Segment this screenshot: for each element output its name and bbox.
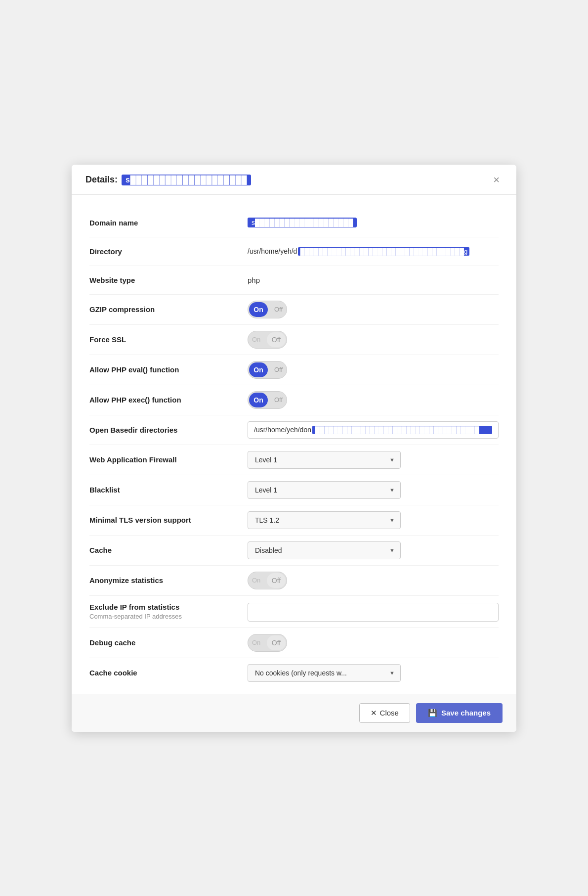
exclude-ip-sublabel: Comma-separated IP addresses [89,613,248,620]
open-basedir-input-area: /usr/home/yeh/don ██████████████████████… [248,421,499,439]
directory-label: Directory [89,247,248,256]
tls-select-area: TLS 1.0 TLS 1.1 TLS 1.2 TLS 1.3 [248,511,499,529]
php-eval-toggle[interactable]: On Off [248,361,287,379]
details-modal: Details: s████████████████████ × Domain … [72,165,516,732]
force-ssl-off-knob: Off [267,332,286,347]
modal-body: Domain name s████████████████████ Direct… [72,195,516,694]
domain-name-value-area: s████████████████████ [248,218,499,227]
close-button[interactable]: ✕ Close [359,703,410,723]
domain-name-value: s████████████████████ [248,218,357,227]
php-exec-toggle-area: On Off [248,391,499,409]
force-ssl-toggle[interactable]: On Off [248,331,287,349]
cache-cookie-select-area: No cookies (only requests w... All reque… [248,664,499,682]
force-ssl-toggle-area: On Off [248,331,499,349]
cache-select-area: Disabled Level 1 Level 2 Level 3 [248,541,499,559]
directory-highlighted: ████████████████████████████████████g [298,247,469,256]
cache-cookie-label: Cache cookie [89,669,248,677]
title-highlighted-value: s████████████████████ [122,175,251,185]
gzip-toggle[interactable]: On Off [248,301,287,318]
title-prefix: Details: [85,175,118,185]
gzip-row: GZIP compression On Off [89,295,499,325]
anon-stats-toggle-area: On Off [248,572,499,589]
tls-select[interactable]: TLS 1.0 TLS 1.1 TLS 1.2 TLS 1.3 [248,511,401,529]
cache-row: Cache Disabled Level 1 Level 2 Level 3 [89,536,499,566]
php-eval-label: Allow PHP eval() function [89,365,248,374]
force-ssl-label: Force SSL [89,335,248,344]
php-exec-row: Allow PHP exec() function On Off [89,385,499,415]
waf-select[interactable]: Level 1 Level 2 Level 3 Disabled [248,451,401,469]
website-type-value-area: php [248,276,499,284]
cache-select-wrap: Disabled Level 1 Level 2 Level 3 [248,541,401,559]
modal-footer: ✕ Close 💾 Save changes [72,694,516,732]
cache-label: Cache [89,546,248,554]
anon-stats-toggle[interactable]: On Off [248,572,287,589]
waf-label: Web Application Firewall [89,455,248,464]
directory-value-area: /usr/home/yeh/d█████████████████████████… [248,247,499,256]
cache-select[interactable]: Disabled Level 1 Level 2 Level 3 [248,541,401,559]
waf-row: Web Application Firewall Level 1 Level 2… [89,445,499,475]
exclude-ip-row: Exclude IP from statistics Comma-separat… [89,596,499,628]
modal-header: Details: s████████████████████ × [72,165,516,195]
directory-prefix: /usr/home/yeh/d [248,247,297,255]
php-eval-toggle-area: On Off [248,361,499,379]
debug-cache-row: Debug cache On Off [89,628,499,658]
exclude-ip-input-area [248,603,499,622]
exclude-ip-input[interactable] [248,603,499,622]
directory-value: /usr/home/yeh/d█████████████████████████… [248,247,469,256]
domain-name-label: Domain name [89,219,248,227]
tls-label: Minimal TLS version support [89,516,248,524]
tls-row: Minimal TLS version support TLS 1.0 TLS … [89,505,499,536]
php-exec-on-knob: On [249,393,268,407]
anon-stats-row: Anonymize statistics On Off [89,566,499,596]
php-eval-on-knob: On [249,362,268,377]
php-eval-row: Allow PHP eval() function On Off [89,355,499,385]
cache-cookie-row: Cache cookie No cookies (only requests w… [89,658,499,688]
website-type-label: Website type [89,276,248,284]
cache-cookie-select[interactable]: No cookies (only requests w... All reque… [248,664,401,682]
debug-cache-toggle[interactable]: On Off [248,634,287,652]
save-icon: 💾 [428,709,437,717]
gzip-off-label: Off [274,306,283,313]
modal-close-x-button[interactable]: × [490,174,503,186]
modal-title: Details: s████████████████████ [85,175,251,185]
waf-select-wrap: Level 1 Level 2 Level 3 Disabled [248,451,401,469]
gzip-on-knob: On [249,302,268,317]
tls-select-wrap: TLS 1.0 TLS 1.1 TLS 1.2 TLS 1.3 [248,511,401,529]
save-label: Save changes [441,709,491,717]
close-icon: ✕ [371,709,377,717]
waf-select-area: Level 1 Level 2 Level 3 Disabled [248,451,499,469]
force-ssl-row: Force SSL On Off [89,325,499,355]
debug-cache-label: Debug cache [89,638,248,647]
anon-stats-on-label-bg: On [252,577,260,584]
exclude-ip-label-col: Exclude IP from statistics Comma-separat… [89,603,248,620]
anon-stats-off-knob: Off [267,573,286,588]
force-ssl-on-label-bg: On [252,336,260,343]
debug-cache-toggle-area: On Off [248,634,499,652]
blacklist-row: Blacklist Level 1 Level 2 Level 3 Disabl… [89,475,499,505]
open-basedir-row: Open Basedir directories /usr/home/yeh/d… [89,415,499,445]
blacklist-select-wrap: Level 1 Level 2 Level 3 Disabled [248,481,401,499]
cache-cookie-select-wrap: No cookies (only requests w... All reque… [248,664,401,682]
open-basedir-label: Open Basedir directories [89,426,248,434]
open-basedir-input-wrap[interactable]: /usr/home/yeh/don ██████████████████████… [248,421,499,439]
php-exec-off-label: Off [274,396,283,403]
php-exec-label: Allow PHP exec() function [89,396,248,404]
php-eval-off-label: Off [274,366,283,373]
open-basedir-prefix: /usr/home/yeh/don [254,426,311,434]
website-type-row: Website type php [89,266,499,295]
blacklist-label: Blacklist [89,486,248,494]
blacklist-select-area: Level 1 Level 2 Level 3 Disabled [248,481,499,499]
domain-name-row: Domain name s████████████████████ [89,209,499,237]
exclude-ip-label: Exclude IP from statistics [89,603,248,611]
anon-stats-label: Anonymize statistics [89,576,248,584]
save-changes-button[interactable]: 💾 Save changes [416,703,503,723]
debug-cache-off-knob: Off [267,635,286,650]
website-type-value: php [248,276,260,284]
blacklist-select[interactable]: Level 1 Level 2 Level 3 Disabled [248,481,401,499]
gzip-label: GZIP compression [89,305,248,314]
close-label: Close [380,709,399,717]
open-basedir-highlighted: ████████████████████████████████████ [312,426,492,434]
debug-cache-on-label-bg: On [252,639,260,646]
php-exec-toggle[interactable]: On Off [248,391,287,409]
directory-row: Directory /usr/home/yeh/d███████████████… [89,237,499,266]
